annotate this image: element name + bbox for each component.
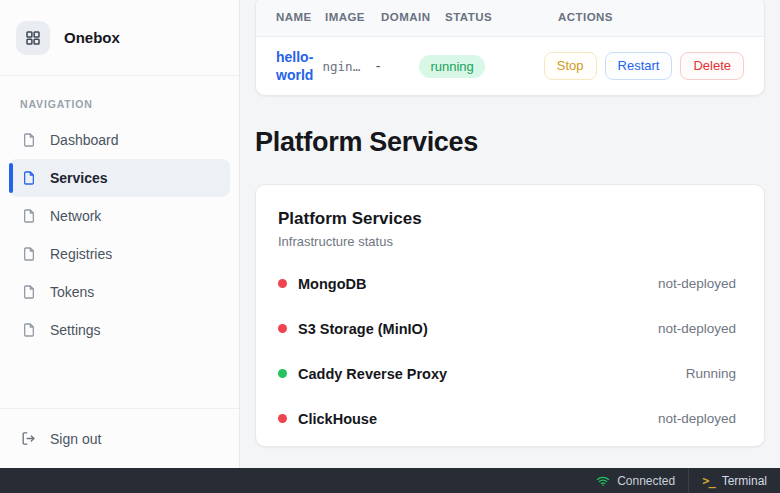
platform-service-name: Caddy Reverse Proxy	[298, 366, 447, 382]
platform-service-name: S3 Storage (MinIO)	[298, 321, 428, 337]
platform-services-card: Platform Services Infrastructure status …	[255, 184, 765, 447]
platform-service-status: not-deployed	[658, 276, 736, 291]
sidebar-item-label: Services	[50, 170, 108, 186]
nav-section-label: NAVIGATION	[20, 98, 219, 110]
column-header-domain: DOMAIN	[381, 11, 445, 23]
sign-out-label: Sign out	[50, 431, 101, 447]
platform-service-status: not-deployed	[658, 321, 736, 336]
sidebar-item-registries[interactable]: Registries	[9, 235, 230, 273]
brand-header: Onebox	[0, 0, 239, 76]
card-subtitle: Infrastructure status	[278, 234, 736, 249]
service-domain-cell: -	[376, 58, 420, 74]
service-name-link[interactable]: hello-world	[276, 48, 323, 84]
content-area: NAME IMAGE DOMAIN STATUS ACTIONS hello-w…	[240, 0, 780, 468]
column-header-actions: ACTIONS	[558, 11, 744, 23]
sidebar-item-tokens[interactable]: Tokens	[9, 273, 230, 311]
logout-icon	[20, 430, 37, 447]
status-dot-icon	[278, 324, 287, 333]
document-icon	[21, 246, 37, 262]
connection-status-label: Connected	[617, 474, 675, 488]
list-item: MongoDB not-deployed	[278, 261, 736, 306]
sidebar-item-settings[interactable]: Settings	[9, 311, 230, 349]
app-window: Onebox NAVIGATION Dashboard Services Net…	[0, 0, 780, 493]
column-header-name: NAME	[276, 11, 325, 23]
list-item: ClickHouse not-deployed	[278, 396, 736, 441]
status-dot-icon	[278, 414, 287, 423]
page-title: Platform Services	[255, 127, 765, 158]
sidebar-item-label: Dashboard	[50, 132, 119, 148]
list-item: S3 Storage (MinIO) not-deployed	[278, 306, 736, 351]
platform-service-name: ClickHouse	[298, 411, 377, 427]
grid-icon	[16, 21, 50, 55]
platform-services-list: MongoDB not-deployed S3 Storage (MinIO) …	[278, 261, 736, 441]
sidebar-item-label: Tokens	[50, 284, 94, 300]
service-image-cell: ngin…	[323, 59, 376, 74]
restart-button[interactable]: Restart	[605, 52, 673, 80]
list-item: Caddy Reverse Proxy Running	[278, 351, 736, 396]
sidebar-item-label: Registries	[50, 246, 112, 262]
delete-button[interactable]: Delete	[680, 52, 744, 80]
status-dot-icon	[278, 279, 287, 288]
sidebar-spacer	[0, 349, 239, 408]
card-title: Platform Services	[278, 209, 736, 229]
table-row: hello-world ngin… - running Stop Restart…	[256, 37, 764, 95]
column-header-status: STATUS	[445, 11, 558, 23]
services-table-card: NAME IMAGE DOMAIN STATUS ACTIONS hello-w…	[255, 0, 765, 96]
brand-name: Onebox	[64, 29, 120, 46]
sign-out-button[interactable]: Sign out	[0, 408, 239, 468]
platform-service-status: Running	[686, 366, 736, 381]
sidebar-item-label: Settings	[50, 322, 101, 338]
status-badge: running	[419, 55, 484, 78]
service-status-cell: running	[419, 55, 543, 78]
services-table-header: NAME IMAGE DOMAIN STATUS ACTIONS	[256, 0, 764, 37]
terminal-prompt-icon: >_	[702, 474, 714, 488]
sidebar-nav: NAVIGATION Dashboard Services Network Re…	[0, 76, 239, 349]
wifi-icon	[596, 474, 610, 488]
document-icon	[21, 208, 37, 224]
document-icon	[21, 322, 37, 338]
stop-button[interactable]: Stop	[544, 52, 597, 80]
service-actions-cell: Stop Restart Delete	[544, 52, 744, 80]
terminal-button[interactable]: >_ Terminal	[688, 468, 780, 493]
terminal-label: Terminal	[722, 474, 767, 488]
document-icon	[21, 170, 37, 186]
sidebar-item-services[interactable]: Services	[9, 159, 230, 197]
status-dot-icon	[278, 369, 287, 378]
platform-service-name: MongoDB	[298, 276, 366, 292]
document-icon	[21, 284, 37, 300]
platform-service-status: not-deployed	[658, 411, 736, 426]
sidebar-item-network[interactable]: Network	[9, 197, 230, 235]
main-area: Onebox NAVIGATION Dashboard Services Net…	[0, 0, 780, 468]
document-icon	[21, 132, 37, 148]
sidebar-item-dashboard[interactable]: Dashboard	[9, 121, 230, 159]
connection-status: Connected	[583, 468, 688, 493]
sidebar-item-label: Network	[50, 208, 101, 224]
sidebar: Onebox NAVIGATION Dashboard Services Net…	[0, 0, 240, 468]
column-header-image: IMAGE	[325, 11, 381, 23]
status-bar: Connected >_ Terminal	[0, 468, 780, 493]
